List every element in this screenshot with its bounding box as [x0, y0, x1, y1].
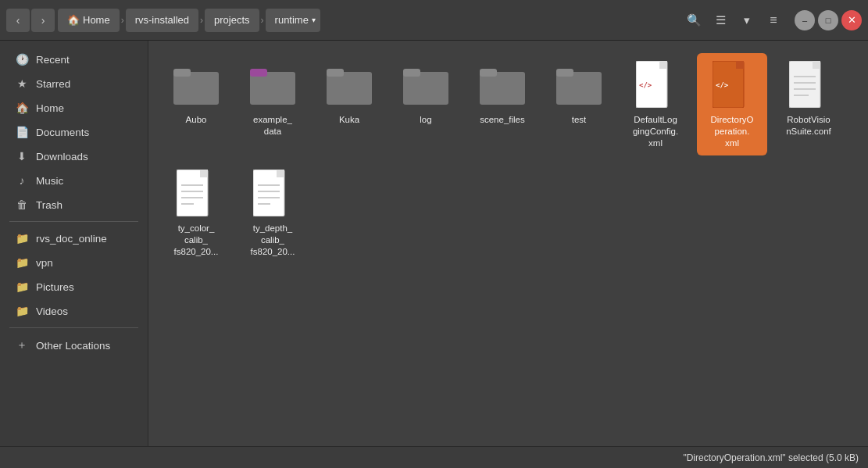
- downloads-icon: ⬇: [16, 150, 28, 163]
- rvs-doc-online-icon: 📁: [16, 232, 28, 245]
- sidebar-item-documents[interactable]: 📄 Documents: [3, 120, 145, 144]
- titlebar-actions: 🔍 ☰ ▾ ≡: [682, 9, 785, 32]
- main-layout: 🕐 Recent ★ Starred 🏠 Home 📄 Documents ⬇ …: [0, 41, 868, 446]
- sidebar-item-home[interactable]: 🏠 Home: [3, 96, 145, 120]
- file-item-log[interactable]: log: [391, 53, 461, 155]
- sidebar-item-trash[interactable]: 🗑 Trash: [3, 193, 145, 216]
- sidebar-item-downloads[interactable]: ⬇ Downloads: [3, 145, 145, 168]
- breadcrumb-runtime[interactable]: runtime ▾: [266, 9, 320, 32]
- directory-operation-label: DirectoryOperation.xml: [711, 114, 754, 149]
- sidebar-item-other-locations[interactable]: ＋ Other Locations: [3, 333, 145, 358]
- documents-icon: 📄: [16, 126, 28, 138]
- breadcrumb-area: 🏠 Home › rvs-installed › projects › runt…: [58, 9, 679, 32]
- view-options-button[interactable]: ▾: [735, 9, 759, 32]
- file-item-example-data[interactable]: example_data: [238, 53, 308, 155]
- svg-rect-9: [480, 69, 497, 77]
- svg-rect-1: [173, 69, 191, 77]
- file-item-scene-files[interactable]: scene_files: [467, 53, 538, 155]
- file-item-kuka[interactable]: Kuka: [314, 53, 384, 155]
- file-item-test[interactable]: test: [544, 53, 614, 155]
- svg-rect-3: [250, 69, 267, 77]
- trash-icon: 🗑: [16, 198, 28, 211]
- svg-text:</>: </>: [639, 81, 652, 89]
- vpn-icon: 📁: [16, 256, 28, 269]
- ty-color-calib-txt-icon: [177, 170, 216, 216]
- sidebar-divider-1: [9, 221, 138, 222]
- sidebar-label-documents: Documents: [36, 127, 89, 138]
- sidebar-label-starred: Starred: [36, 78, 70, 90]
- nav-buttons: ‹ ›: [6, 9, 55, 32]
- statusbar: "DirectoryOperation.xml" selected (5.0 k…: [0, 446, 868, 468]
- window-controls: – □ ✕: [795, 10, 862, 30]
- videos-icon: 📁: [16, 305, 28, 317]
- hamburger-icon: ≡: [770, 13, 777, 27]
- ty-color-calib-icon-wrapper: [171, 168, 221, 218]
- sidebar-item-rvs-doc-online[interactable]: 📁 rvs_doc_online: [3, 227, 145, 250]
- file-item-directory-operation[interactable]: </> DirectoryOperation.xml: [697, 53, 767, 155]
- svg-rect-7: [403, 69, 420, 77]
- back-button[interactable]: ‹: [6, 9, 30, 32]
- svg-rect-18: [736, 61, 744, 69]
- search-button[interactable]: 🔍: [682, 9, 705, 32]
- example-data-folder-icon-wrapper: [248, 59, 298, 109]
- sidebar-item-starred[interactable]: ★ Starred: [3, 72, 145, 95]
- svg-rect-36: [277, 170, 284, 177]
- robot-vision-suite-icon-wrapper: [784, 59, 834, 109]
- ty-depth-calib-txt-icon: [253, 170, 292, 216]
- breadcrumb-sep-3: ›: [261, 15, 264, 26]
- recent-icon: 🕐: [16, 53, 28, 66]
- home-icon: 🏠: [67, 14, 80, 26]
- breadcrumb-runtime-label: runtime: [275, 14, 309, 26]
- breadcrumb-home[interactable]: 🏠 Home: [58, 9, 120, 32]
- default-logging-config-label: DefaultLoggingConfig.xml: [633, 114, 678, 149]
- maximize-icon: □: [826, 16, 831, 25]
- svg-rect-8: [480, 72, 525, 105]
- svg-rect-4: [327, 72, 372, 105]
- sidebar-item-vpn[interactable]: 📁 vpn: [3, 251, 145, 274]
- directory-operation-xml-icon: </>: [713, 61, 752, 108]
- sidebar-item-videos[interactable]: 📁 Videos: [3, 299, 145, 323]
- close-icon: ✕: [848, 14, 856, 26]
- sidebar-item-pictures[interactable]: 📁 Pictures: [3, 275, 145, 298]
- scene-files-folder-icon: [480, 64, 525, 105]
- breadcrumb-rvs-installed[interactable]: rvs-installed: [126, 9, 198, 32]
- breadcrumb-projects[interactable]: projects: [205, 9, 259, 32]
- kuka-folder-icon: [327, 64, 372, 105]
- file-item-ty-depth-calib[interactable]: ty_depth_calib_fs820_20...: [238, 162, 308, 264]
- close-button[interactable]: ✕: [841, 10, 862, 30]
- sidebar-label-videos: Videos: [36, 305, 68, 317]
- sidebar-item-music[interactable]: ♪ Music: [3, 169, 145, 192]
- breadcrumb-sep-1: ›: [121, 15, 124, 26]
- minimize-button[interactable]: –: [795, 10, 815, 30]
- sidebar-label-other-locations: Other Locations: [36, 340, 110, 352]
- file-item-robot-vision-suite[interactable]: RobotVisionSuite.conf: [773, 53, 844, 155]
- forward-button[interactable]: ›: [31, 9, 55, 32]
- pictures-icon: 📁: [16, 280, 28, 293]
- sidebar-divider-2: [9, 327, 138, 328]
- svg-rect-5: [327, 69, 344, 77]
- test-label: test: [572, 114, 587, 126]
- aubo-folder-icon-wrapper: [171, 59, 221, 109]
- aubo-folder-icon: [173, 64, 219, 105]
- menu-button[interactable]: ≡: [762, 9, 785, 32]
- maximize-button[interactable]: □: [818, 10, 838, 30]
- aubo-label: Aubo: [186, 114, 207, 126]
- svg-rect-2: [250, 72, 295, 105]
- file-item-aubo[interactable]: Aubo: [161, 53, 231, 155]
- sidebar-label-downloads: Downloads: [36, 151, 88, 163]
- file-area: Aubo example_data: [148, 41, 868, 446]
- file-item-ty-color-calib[interactable]: ty_color_calib_fs820_20...: [161, 162, 231, 264]
- svg-rect-6: [403, 72, 448, 105]
- ty-depth-calib-label: ty_depth_calib_fs820_20...: [251, 223, 295, 258]
- breadcrumb-projects-label: projects: [214, 14, 250, 26]
- list-view-button[interactable]: ☰: [709, 9, 732, 32]
- file-item-default-logging-config[interactable]: </> DefaultLoggingConfig.xml: [620, 53, 691, 155]
- breadcrumb-sep-2: ›: [200, 15, 203, 26]
- log-folder-icon: [403, 64, 448, 105]
- search-icon: 🔍: [687, 13, 702, 27]
- sidebar-label-trash: Trash: [36, 199, 63, 211]
- kuka-label: Kuka: [339, 114, 359, 126]
- log-label: log: [420, 114, 431, 126]
- ty-color-calib-label: ty_color_calib_fs820_20...: [174, 223, 219, 258]
- sidebar-item-recent[interactable]: 🕐 Recent: [3, 48, 145, 71]
